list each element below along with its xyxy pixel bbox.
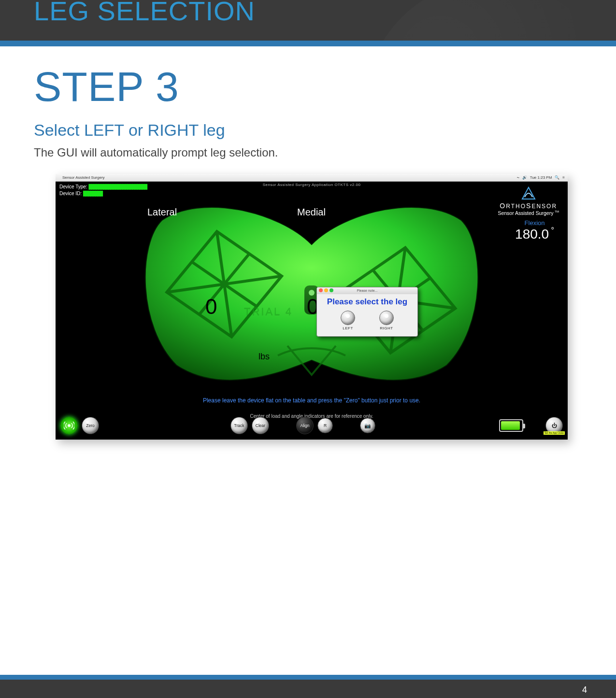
- right-leg-label: RIGHT: [374, 326, 399, 330]
- brand-mark-icon: [520, 186, 537, 201]
- lateral-load-value: 0: [205, 295, 217, 319]
- volume-icon: 🔊: [522, 175, 527, 180]
- wifi-icon: ⏦: [517, 175, 519, 180]
- trademark-symbol: TM: [555, 210, 559, 213]
- device-type-value: ████████████████████████: [88, 184, 147, 189]
- device-id-value: ████████: [83, 191, 102, 196]
- primary-instruction-text: Please leave the device flat on the tabl…: [191, 397, 432, 404]
- application-window: Sensor Assisted Surgery Application OTKT…: [56, 182, 568, 440]
- window-zoom-icon[interactable]: [329, 288, 333, 292]
- power-button[interactable]: ⏻ Set the App Close: [545, 417, 563, 434]
- power-hint-label: Set the App Close: [544, 431, 565, 435]
- lateral-label: Lateral: [147, 207, 177, 218]
- dialog-message: Please select the leg: [317, 294, 417, 309]
- brand-name: OORTHOSENSORRTHOSENSOR: [498, 202, 559, 210]
- battery-indicator-icon: [499, 419, 523, 432]
- step-description: The GUI will automatically prompt leg se…: [34, 146, 278, 159]
- track-button[interactable]: Track: [230, 417, 248, 434]
- flexion-label: Flexion: [515, 219, 554, 227]
- device-info-block: Device Type: ████████████████████████ De…: [59, 184, 147, 197]
- leg-selection-dialog: Please note... Please select the leg LEF…: [316, 287, 418, 337]
- embedded-screenshot: Sensor Assisted Surgery ⏦ 🔊 Tue 1:23 PM …: [56, 174, 568, 440]
- macos-menubar: Sensor Assisted Surgery ⏦ 🔊 Tue 1:23 PM …: [56, 174, 568, 182]
- window-minimize-icon[interactable]: [324, 288, 328, 292]
- power-icon: ⏻: [552, 423, 557, 428]
- zero-button[interactable]: Zero: [82, 417, 99, 434]
- app-titlebar-text: Sensor Assisted Surgery Application OTKT…: [263, 183, 361, 187]
- flexion-readout: Flexion 180.0 °: [515, 219, 554, 241]
- r-button[interactable]: R: [317, 418, 333, 433]
- dialog-title-text: Please note...: [357, 289, 378, 292]
- brand-logo: OORTHOSENSORRTHOSENSOR Sensor Assisted S…: [498, 186, 559, 216]
- camera-icon: 📷: [364, 423, 371, 428]
- camera-button[interactable]: 📷: [360, 418, 375, 433]
- step-title: STEP 3: [34, 63, 179, 111]
- left-leg-icon: [341, 311, 355, 325]
- svg-point-2: [68, 425, 70, 427]
- step-subtitle: Select LEFT or RIGHT leg: [34, 121, 225, 140]
- page-footer: 4: [0, 675, 616, 698]
- page-number: 4: [582, 685, 587, 695]
- left-leg-label: LEFT: [336, 326, 360, 330]
- spotlight-icon: 🔍: [555, 175, 559, 180]
- sensor-graphic: [133, 201, 490, 385]
- trial-watermark: TRIAL 4: [244, 305, 293, 318]
- clear-button[interactable]: Clear: [252, 417, 269, 434]
- window-close-icon[interactable]: [319, 288, 323, 292]
- unit-label: lbs: [258, 352, 270, 362]
- window-controls[interactable]: [319, 288, 333, 292]
- align-button[interactable]: Align: [296, 417, 314, 434]
- bottom-toolbar: Zero Track Clear Align R 📷 ⏻ Set the App…: [56, 412, 568, 440]
- dialog-titlebar: Please note...: [317, 287, 417, 294]
- section-title: LEG SELECTION: [34, 0, 255, 27]
- brand-tagline: Sensor Assisted Surgery: [498, 210, 553, 216]
- header-accent-stripe: [0, 41, 616, 46]
- device-id-label: Device ID:: [59, 191, 82, 196]
- flexion-value: 180.0: [515, 227, 549, 242]
- device-type-label: Device Type:: [59, 184, 87, 189]
- menubar-app-name: Sensor Assisted Surgery: [62, 175, 105, 180]
- medial-label: Medial: [297, 207, 326, 218]
- degree-symbol: °: [549, 226, 554, 234]
- select-right-leg-button[interactable]: RIGHT: [374, 311, 399, 330]
- right-leg-icon: [379, 311, 394, 325]
- menu-icon: ≡: [562, 175, 565, 180]
- select-left-leg-button[interactable]: LEFT: [336, 311, 360, 330]
- menubar-time: Tue 1:23 PM: [530, 175, 552, 180]
- signal-indicator-icon: [60, 417, 78, 434]
- header-band: LEG SELECTION: [0, 0, 616, 41]
